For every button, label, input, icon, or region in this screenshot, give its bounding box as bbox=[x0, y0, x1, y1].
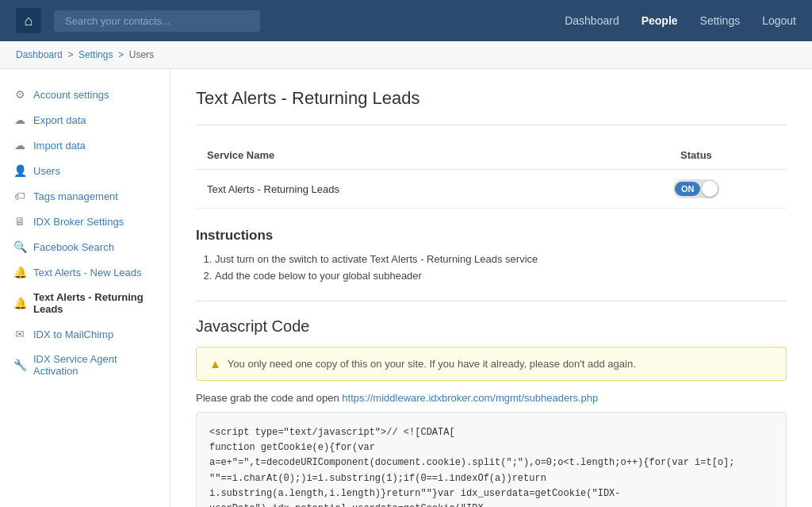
sidebar-item-text-alerts-returning[interactable]: 🔔 Text Alerts - Returning Leads bbox=[0, 285, 170, 321]
warning-icon: ▲ bbox=[209, 357, 221, 371]
toggle-on-label: ON bbox=[675, 182, 701, 196]
service-row: Text Alerts - Returning Leads ON bbox=[196, 170, 787, 209]
wrench-icon: 🔧 bbox=[13, 359, 27, 371]
js-code-title: Javascript Code bbox=[196, 317, 787, 336]
sidebar-label-text-alerts-new: Text Alerts - New Leads bbox=[33, 267, 142, 278]
nav-settings[interactable]: Settings bbox=[700, 14, 741, 27]
sidebar-label-export-data: Export data bbox=[33, 114, 86, 126]
nav-people[interactable]: People bbox=[642, 14, 678, 27]
tag-icon: 🏷 bbox=[13, 190, 27, 202]
sidebar-item-idx-agent[interactable]: 🔧 IDX Service Agent Activation bbox=[0, 347, 170, 383]
warning-box: ▲ You only need one copy of this on your… bbox=[196, 347, 787, 381]
breadcrumb: Dashboard > Settings > Users bbox=[0, 41, 812, 69]
sidebar-item-tags[interactable]: 🏷 Tags management bbox=[0, 183, 170, 209]
main-layout: ⚙ Account settings ☁ Export data ☁ Impor… bbox=[0, 69, 812, 507]
page-title: Text Alerts - Returning Leads bbox=[196, 88, 787, 109]
instructions-title: Instructions bbox=[196, 228, 787, 244]
grab-text-before: Please grab the code and open bbox=[196, 392, 342, 404]
nav-logout[interactable]: Logout bbox=[762, 14, 796, 27]
sidebar-item-text-alerts-new[interactable]: 🔔 Text Alerts - New Leads bbox=[0, 259, 170, 285]
sidebar-label-account-settings: Account settings bbox=[33, 89, 109, 101]
toggle-handle bbox=[702, 181, 718, 197]
col-service-name: Service Name bbox=[196, 141, 606, 170]
grab-text: Please grab the code and open https://mi… bbox=[196, 392, 787, 404]
instructions-list: Just turn on the switch to activate Text… bbox=[196, 253, 787, 282]
breadcrumb-settings[interactable]: Settings bbox=[79, 49, 113, 60]
section-divider-1 bbox=[196, 125, 787, 125]
section-divider-2 bbox=[196, 301, 787, 302]
sidebar-label-text-alerts-returning: Text Alerts - Returning Leads bbox=[33, 291, 157, 315]
instructions-section: Instructions Just turn on the switch to … bbox=[196, 228, 787, 282]
export-icon: ☁ bbox=[13, 113, 27, 126]
bell-returning-icon: 🔔 bbox=[13, 297, 27, 309]
breadcrumb-dashboard[interactable]: Dashboard bbox=[16, 49, 63, 60]
status-cell: ON bbox=[606, 170, 787, 209]
bell-new-icon: 🔔 bbox=[13, 266, 27, 278]
import-icon: ☁ bbox=[13, 139, 27, 152]
sidebar-label-idx-mailchimp: IDX to MailChimp bbox=[33, 328, 113, 340]
logo-icon[interactable]: ⌂ bbox=[16, 8, 41, 33]
header-left: ⌂ bbox=[16, 8, 260, 33]
instruction-step-1: Just turn on the switch to activate Text… bbox=[215, 253, 787, 265]
sidebar-item-import-data[interactable]: ☁ Import data bbox=[0, 133, 170, 158]
toggle-switch[interactable]: ON bbox=[673, 179, 719, 198]
sidebar-item-account-settings[interactable]: ⚙ Account settings bbox=[0, 82, 170, 107]
sidebar-label-idx-broker: IDX Broker Settings bbox=[33, 216, 124, 228]
nav-dashboard[interactable]: Dashboard bbox=[565, 14, 619, 27]
service-table: Service Name Status Text Alerts - Return… bbox=[196, 141, 787, 209]
col-status: Status bbox=[606, 141, 787, 170]
sidebar-item-idx-broker[interactable]: 🖥 IDX Broker Settings bbox=[0, 209, 170, 234]
instruction-step-2: Add the code below to your global subhea… bbox=[215, 270, 787, 282]
sidebar-item-export-data[interactable]: ☁ Export data bbox=[0, 107, 170, 133]
gear-icon: ⚙ bbox=[13, 88, 27, 101]
main-content: Text Alerts - Returning Leads Service Na… bbox=[170, 69, 812, 507]
warning-text: You only need one copy of this on your s… bbox=[228, 358, 636, 370]
sidebar-label-import-data: Import data bbox=[33, 140, 86, 152]
user-icon: 👤 bbox=[13, 164, 27, 177]
breadcrumb-current: Users bbox=[129, 49, 154, 60]
subheaders-link[interactable]: https://middleware.idxbroker.com/mgmt/su… bbox=[342, 392, 598, 404]
header-nav: Dashboard People Settings Logout bbox=[565, 14, 796, 27]
sidebar: ⚙ Account settings ☁ Export data ☁ Impor… bbox=[0, 69, 170, 507]
js-code-section: Javascript Code ▲ You only need one copy… bbox=[196, 317, 787, 507]
search-icon: 🔍 bbox=[13, 240, 27, 253]
service-name-cell: Text Alerts - Returning Leads bbox=[196, 170, 606, 209]
mail-icon: ✉ bbox=[13, 328, 27, 340]
monitor-icon: 🖥 bbox=[13, 215, 27, 228]
sidebar-label-facebook-search: Facebook Search bbox=[33, 241, 114, 253]
sidebar-label-tags: Tags management bbox=[33, 190, 118, 202]
sidebar-item-facebook-search[interactable]: 🔍 Facebook Search bbox=[0, 234, 170, 259]
code-box: <script type="text/javascript">// <![CDA… bbox=[196, 412, 787, 507]
sidebar-item-users[interactable]: 👤 Users bbox=[0, 158, 170, 183]
header: ⌂ Dashboard People Settings Logout bbox=[0, 0, 812, 41]
sidebar-label-users: Users bbox=[33, 165, 60, 177]
search-input[interactable] bbox=[54, 10, 260, 32]
sidebar-item-idx-mailchimp[interactable]: ✉ IDX to MailChimp bbox=[0, 321, 170, 347]
sidebar-label-idx-agent: IDX Service Agent Activation bbox=[33, 353, 157, 377]
